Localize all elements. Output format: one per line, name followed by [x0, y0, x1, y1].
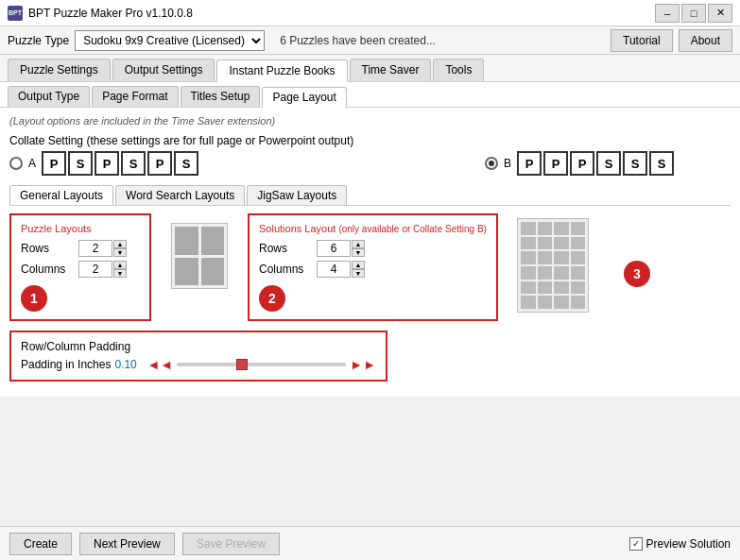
layout-tab-jigsaw[interactable]: JigSaw Layouts: [247, 185, 347, 205]
solutions-rows-label: Rows: [259, 242, 311, 255]
solutions-cols-arrows: ▲ ▼: [352, 261, 365, 278]
puzzle-cols-input[interactable]: 2: [78, 261, 112, 278]
collate-option-b: B P P P S S S: [485, 151, 674, 176]
tab-puzzle-settings[interactable]: Puzzle Settings: [8, 59, 111, 81]
solutions-cols-label: Columns: [259, 263, 311, 276]
preview-cell-3: [201, 258, 225, 286]
tab-instant-puzzle-books[interactable]: Instant Puzzle Books: [216, 59, 347, 82]
preview-solution-checkbox[interactable]: ✓: [629, 537, 643, 551]
title-bar-text: BPT Puzzle Maker Pro v1.10.0.8: [28, 7, 655, 20]
puzzle-rows-spinner[interactable]: 2 ▲ ▼: [78, 240, 127, 257]
collate-box-a-3: S: [121, 151, 146, 176]
maximize-button[interactable]: □: [681, 4, 706, 23]
title-bar-controls: – □ ✕: [655, 4, 732, 23]
collate-boxes-a: P S P S P S: [42, 151, 198, 176]
collate-box-a-5: S: [174, 151, 198, 176]
sol-cell-3: [571, 222, 586, 235]
create-button[interactable]: Create: [9, 533, 72, 555]
solutions-rows-down[interactable]: ▼: [352, 248, 365, 257]
solutions-rows-up[interactable]: ▲: [352, 240, 365, 248]
minimize-button[interactable]: –: [655, 4, 680, 23]
solutions-cols-down[interactable]: ▼: [352, 269, 365, 278]
slider-thumb[interactable]: [236, 359, 248, 370]
content-area: (Layout options are included in the Time…: [0, 108, 740, 397]
collate-box-a-4: P: [147, 151, 172, 176]
puzzle-rows-down[interactable]: ▼: [113, 248, 127, 257]
sub-tab-output-type[interactable]: Output Type: [8, 86, 90, 107]
preview-cell-0: [175, 227, 198, 255]
preview-solution-label: Preview Solution: [646, 537, 731, 551]
about-button[interactable]: About: [679, 29, 732, 52]
solutions-rows-spinner[interactable]: 6 ▲ ▼: [317, 240, 365, 257]
title-bar: BPT BPT Puzzle Maker Pro v1.10.0.8 – □ ✕: [0, 0, 740, 26]
collate-boxes-b: P P P S S S: [517, 151, 674, 176]
close-button[interactable]: ✕: [708, 4, 732, 23]
sub-tab-page-format[interactable]: Page Format: [92, 86, 178, 107]
slider-left-arrow[interactable]: ◄◄: [146, 357, 173, 372]
collate-box-b-3: S: [596, 151, 621, 176]
radio-a[interactable]: [9, 157, 23, 170]
puzzle-rows-up[interactable]: ▲: [113, 240, 127, 248]
puzzle-cols-down[interactable]: ▼: [113, 269, 127, 278]
layout-tab-wordsearch[interactable]: Word Search Layouts: [115, 185, 245, 205]
puzzle-cols-arrows: ▲ ▼: [113, 261, 127, 278]
app-icon: BPT: [8, 6, 23, 21]
sol-cell-9: [538, 251, 553, 264]
padding-label: Padding in Inches: [21, 358, 111, 371]
next-preview-button[interactable]: Next Preview: [79, 533, 175, 555]
sol-cell-1: [538, 222, 553, 235]
tab-tools[interactable]: Tools: [433, 59, 484, 81]
padding-badge-3: 3: [624, 261, 650, 287]
sol-cell-0: [521, 222, 536, 235]
sol-cell-18: [554, 281, 569, 295]
puzzle-status: 6 Puzzles have been created...: [270, 34, 605, 47]
puzzle-type-select[interactable]: Sudoku 9x9 Creative (Licensed): [75, 30, 265, 51]
sol-cell-7: [571, 237, 586, 250]
badge-3-area: 3: [624, 213, 650, 287]
sol-cell-15: [571, 266, 586, 280]
solutions-rows-row: Rows 6 ▲ ▼: [259, 240, 487, 257]
sol-cell-10: [554, 251, 569, 264]
collate-box-a-2: P: [95, 151, 119, 176]
solutions-layout-title: Solutions Layout (only available or Coll…: [259, 223, 487, 234]
puzzle-cols-spinner[interactable]: 2 ▲ ▼: [78, 261, 127, 278]
checkmark-icon: ✓: [632, 538, 640, 549]
sol-cell-14: [554, 266, 569, 280]
puzzle-rows-input[interactable]: 2: [78, 240, 112, 257]
sol-cell-19: [571, 281, 586, 295]
solutions-cols-spinner[interactable]: 4 ▲ ▼: [317, 261, 365, 278]
layout-tab-general[interactable]: General Layouts: [9, 185, 113, 205]
collate-box-a-1: S: [68, 151, 93, 176]
sol-cell-12: [521, 266, 536, 280]
puzzle-rows-label: Rows: [21, 242, 73, 255]
puzzle-layouts-title: Puzzle Layouts: [21, 223, 140, 234]
sol-cell-22: [554, 296, 569, 309]
puzzle-type-label: Puzzle Type: [8, 34, 69, 47]
preview-cell-2: [175, 258, 198, 286]
layout-tabs: General Layouts Word Search Layouts JigS…: [9, 185, 731, 206]
solutions-preview: [513, 213, 594, 317]
layout-note: (Layout options are included in the Time…: [9, 115, 731, 127]
main-tabs: Puzzle Settings Output Settings Instant …: [0, 55, 740, 82]
slider-right-arrow[interactable]: ►►: [350, 357, 376, 372]
radio-b[interactable]: [485, 157, 498, 170]
solutions-badge-2: 2: [259, 285, 285, 312]
puzzle-cols-up[interactable]: ▲: [113, 261, 127, 269]
puzzle-cols-label: Columns: [21, 263, 73, 276]
solutions-rows-input[interactable]: 6: [317, 240, 351, 257]
sub-tab-titles-setup[interactable]: Titles Setup: [181, 86, 261, 107]
solutions-cols-input[interactable]: 4: [317, 261, 351, 278]
slider-track[interactable]: [177, 363, 346, 366]
radio-a-label: A: [28, 157, 36, 170]
sub-tab-page-layout[interactable]: Page Layout: [262, 87, 346, 108]
collate-label: Collate Setting (these settings are for …: [9, 134, 731, 147]
solutions-title-note: (only available: [338, 224, 399, 234]
save-preview-button[interactable]: Save Preview: [182, 533, 280, 555]
solutions-cols-up[interactable]: ▲: [352, 261, 365, 269]
collate-box-b-5: S: [649, 151, 674, 176]
tab-time-saver[interactable]: Time Saver: [350, 59, 432, 81]
radio-b-label: B: [504, 157, 511, 170]
collate-box-a-0: P: [42, 151, 66, 176]
tab-output-settings[interactable]: Output Settings: [112, 59, 215, 81]
tutorial-button[interactable]: Tutorial: [611, 29, 673, 52]
